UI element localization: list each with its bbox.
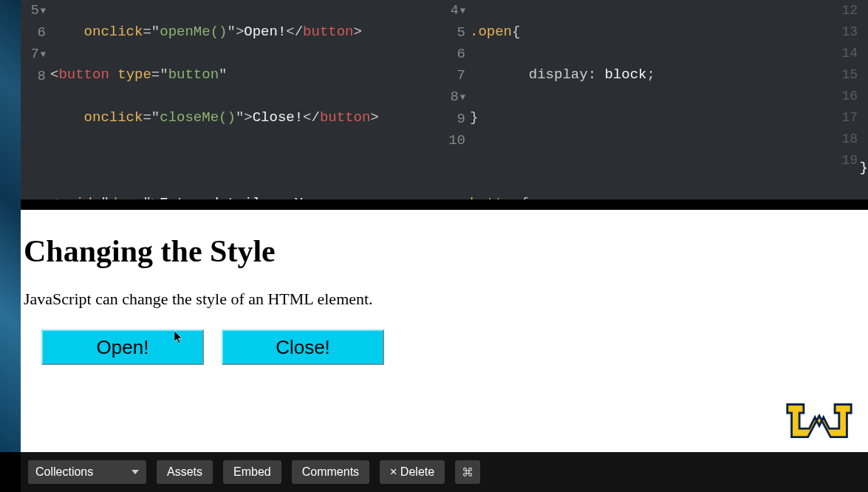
right-gutter: 12 13 14 15 16 17 18 19 [841, 0, 858, 171]
css-gutter: 4▼ 5 6 7 8▼ 9 10 [440, 0, 470, 199]
embed-button[interactable]: Embed [223, 460, 281, 484]
preview-pane: Changing the Style JavaScript can change… [21, 210, 868, 452]
css-editor-pane[interactable]: 4▼ 5 6 7 8▼ 9 10 .open{ display: block; … [440, 0, 751, 199]
michigan-logo [784, 396, 855, 443]
collections-label: Collections [35, 465, 93, 479]
right-editor-pane[interactable]: 12 13 14 15 16 17 18 19 } [756, 0, 868, 199]
html-gutter: 5▼ 6 7▼ 8 [21, 0, 50, 199]
right-code-stub: } [860, 157, 868, 179]
bottom-toolbar: Collections Assets Embed Comments × Dele… [21, 452, 868, 492]
html-code[interactable]: onclick="openMe()">Open!</button> <butto… [50, 0, 431, 199]
editor-area: 5▼ 6 7▼ 8 onclick="openMe()">Open!</butt… [21, 0, 868, 199]
collections-dropdown[interactable]: Collections [28, 460, 146, 484]
button-row: Open! Close! [24, 329, 862, 365]
html-editor-pane[interactable]: 5▼ 6 7▼ 8 onclick="openMe()">Open!</butt… [21, 0, 434, 199]
keyboard-shortcuts-button[interactable]: ⌘ [455, 460, 480, 484]
comments-button[interactable]: Comments [292, 460, 369, 484]
css-code[interactable]: .open{ display: block; } button{ width:1… [470, 0, 748, 199]
close-button[interactable]: Close! [222, 329, 384, 365]
open-button[interactable]: Open! [41, 329, 204, 365]
preview-heading: Changing the Style [24, 233, 862, 269]
delete-button[interactable]: × Delete [380, 460, 445, 484]
assets-button[interactable]: Assets [157, 460, 213, 484]
preview-paragraph: JavaScript can change the style of an HT… [24, 290, 862, 309]
dropdown-triangle-icon [131, 470, 139, 474]
desktop-stripe [0, 0, 21, 452]
